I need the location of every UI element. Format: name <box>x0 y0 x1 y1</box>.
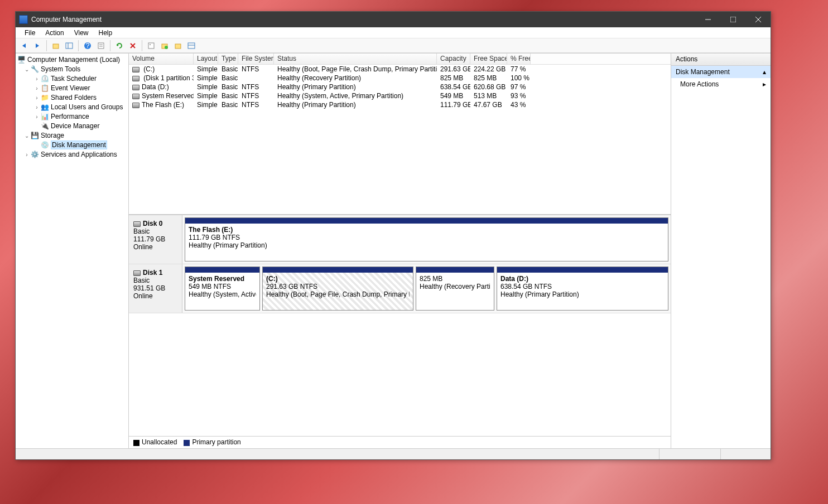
collapse-triangle-icon: ▴ <box>763 68 766 76</box>
delete-button[interactable] <box>127 40 139 52</box>
expand-icon[interactable]: › <box>33 104 40 110</box>
volume-row[interactable]: Data (D:)SimpleBasicNTFSHealthy (Primary… <box>129 83 671 91</box>
app-icon <box>19 15 28 24</box>
partition-header <box>416 267 494 273</box>
clock-icon: ⏲️ <box>40 74 49 83</box>
volume-row[interactable]: System ReservedSimpleBasicNTFSHealthy (S… <box>129 91 671 100</box>
window-title: Computer Management <box>31 16 695 23</box>
list-button[interactable] <box>185 40 198 52</box>
menu-file[interactable]: File <box>20 28 40 38</box>
volume-row[interactable]: (Disk 1 partition 3)SimpleBasicHealthy (… <box>129 74 671 83</box>
maximize-button[interactable] <box>720 12 745 27</box>
disk-icon: 💿 <box>40 140 49 149</box>
up-button[interactable] <box>50 40 62 52</box>
help-button[interactable]: ? <box>81 40 94 52</box>
tree-storage[interactable]: ⌄💾Storage <box>16 131 128 140</box>
status-cell <box>720 449 771 459</box>
toolbar-separator <box>78 40 79 51</box>
legend-primary: Primary partition <box>184 438 240 446</box>
computer-management-window: Computer Management File Action View Hel… <box>15 11 771 460</box>
disk-info[interactable]: Disk 1Basic931.51 GBOnline <box>129 264 182 313</box>
partition-box[interactable]: 825 MBHealthy (Recovery Partition <box>416 266 494 311</box>
actions-disk-management[interactable]: Disk Management▴ <box>671 66 771 78</box>
show-hide-tree-button[interactable] <box>63 40 75 52</box>
col-type[interactable]: Type <box>218 54 238 64</box>
new-folder-button[interactable] <box>158 40 171 52</box>
tree-label: Computer Management (Local) <box>27 56 120 64</box>
partition-body: 825 MBHealthy (Recovery Partition <box>416 273 494 310</box>
svg-rect-1 <box>730 17 736 22</box>
collapse-icon[interactable]: ⌄ <box>23 133 30 139</box>
volume-list[interactable]: Volume Layout Type File System Status Ca… <box>129 54 671 215</box>
menu-action[interactable]: Action <box>41 28 68 38</box>
disk-row: Disk 1Basic931.51 GBOnlineSystem Reserve… <box>129 264 671 313</box>
close-button[interactable] <box>745 12 771 27</box>
minimize-button[interactable] <box>695 12 720 27</box>
partition-box[interactable]: System Reserved549 MB NTFSHealthy (Syste… <box>185 266 260 311</box>
menubar: File Action View Help <box>16 27 771 38</box>
disk-icon <box>132 85 139 90</box>
legend-swatch-navy <box>184 440 190 446</box>
svg-point-17 <box>165 46 168 49</box>
col-status[interactable]: Status <box>274 54 437 64</box>
disk-icon <box>132 76 139 81</box>
back-button[interactable] <box>18 40 30 52</box>
tree-event-viewer[interactable]: ›📋Event Viewer <box>16 84 128 93</box>
col-filesystem[interactable]: File System <box>238 54 274 64</box>
partition-box[interactable]: Data (D:)638.54 GB NTFSHealthy (Primary … <box>497 266 668 311</box>
legend-swatch-black <box>133 440 139 446</box>
col-freespace[interactable]: Free Space <box>470 54 507 64</box>
svg-point-15 <box>150 44 151 45</box>
open-button[interactable] <box>172 40 184 52</box>
actions-more[interactable]: More Actions▸ <box>671 78 771 90</box>
properties-button[interactable] <box>95 40 107 52</box>
disk-graph-view[interactable]: Disk 0Basic111.79 GBOnlineThe Flash (E:)… <box>129 215 671 436</box>
col-pctfree[interactable]: % Free <box>507 54 531 64</box>
forward-button[interactable] <box>31 40 44 52</box>
tree-shared-folders[interactable]: ›📁Shared Folders <box>16 93 128 103</box>
volume-row[interactable]: The Flash (E:)SimpleBasicNTFSHealthy (Pr… <box>129 100 671 109</box>
partition-body: System Reserved549 MB NTFSHealthy (Syste… <box>185 273 259 310</box>
expand-icon[interactable]: › <box>33 85 40 91</box>
settings-button[interactable] <box>145 40 157 52</box>
col-capacity[interactable]: Capacity <box>437 54 470 64</box>
tree-performance[interactable]: ›📊Performance <box>16 112 128 122</box>
perf-icon: 📊 <box>40 112 49 121</box>
disk-info[interactable]: Disk 0Basic111.79 GBOnline <box>129 215 182 264</box>
partition-box[interactable]: (C:)291.63 GB NTFSHealthy (Boot, Page Fi… <box>262 266 413 311</box>
titlebar[interactable]: Computer Management <box>16 12 771 27</box>
folder-icon: 📁 <box>40 93 49 102</box>
col-layout[interactable]: Layout <box>194 54 218 64</box>
expand-icon[interactable]: › <box>23 152 30 158</box>
tree-root[interactable]: 🖥️Computer Management (Local) <box>16 55 128 65</box>
expand-icon[interactable]: › <box>33 76 40 82</box>
device-icon: 🔌 <box>40 122 49 130</box>
storage-icon: 💾 <box>30 131 39 140</box>
tree-device-manager[interactable]: 🔌Device Manager <box>16 122 128 131</box>
services-icon: ⚙️ <box>30 150 39 159</box>
users-icon: 👥 <box>40 103 49 112</box>
menu-view[interactable]: View <box>70 28 93 38</box>
disk-row: Disk 0Basic111.79 GBOnlineThe Flash (E:)… <box>129 215 671 264</box>
col-volume[interactable]: Volume <box>129 54 194 64</box>
tree-local-users[interactable]: ›👥Local Users and Groups <box>16 103 128 112</box>
volume-row[interactable]: (C:)SimpleBasicNTFSHealthy (Boot, Page F… <box>129 65 671 74</box>
partition-box[interactable]: The Flash (E:)111.79 GB NTFSHealthy (Pri… <box>185 217 668 261</box>
navigation-tree[interactable]: 🖥️Computer Management (Local) ⌄🔧System T… <box>16 54 129 448</box>
partition-container: The Flash (E:)111.79 GB NTFSHealthy (Pri… <box>182 215 671 264</box>
refresh-button[interactable] <box>113 40 126 52</box>
status-left <box>16 449 659 459</box>
menu-help[interactable]: Help <box>94 28 117 38</box>
expand-icon[interactable]: › <box>33 114 40 120</box>
tree-services[interactable]: ›⚙️Services and Applications <box>16 150 128 159</box>
partition-header <box>263 267 413 273</box>
toolbar-separator <box>142 40 142 51</box>
partition-body: Data (D:)638.54 GB NTFSHealthy (Primary … <box>497 273 668 310</box>
tree-system-tools[interactable]: ⌄🔧System Tools <box>16 65 128 74</box>
expand-icon[interactable]: › <box>33 95 40 101</box>
tree-disk-management[interactable]: 💿Disk Management <box>16 140 128 150</box>
legend: Unallocated Primary partition <box>129 436 671 448</box>
tree-task-scheduler[interactable]: ›⏲️Task Scheduler <box>16 74 128 84</box>
collapse-icon[interactable]: ⌄ <box>23 66 30 72</box>
main-body: 🖥️Computer Management (Local) ⌄🔧System T… <box>16 53 771 448</box>
